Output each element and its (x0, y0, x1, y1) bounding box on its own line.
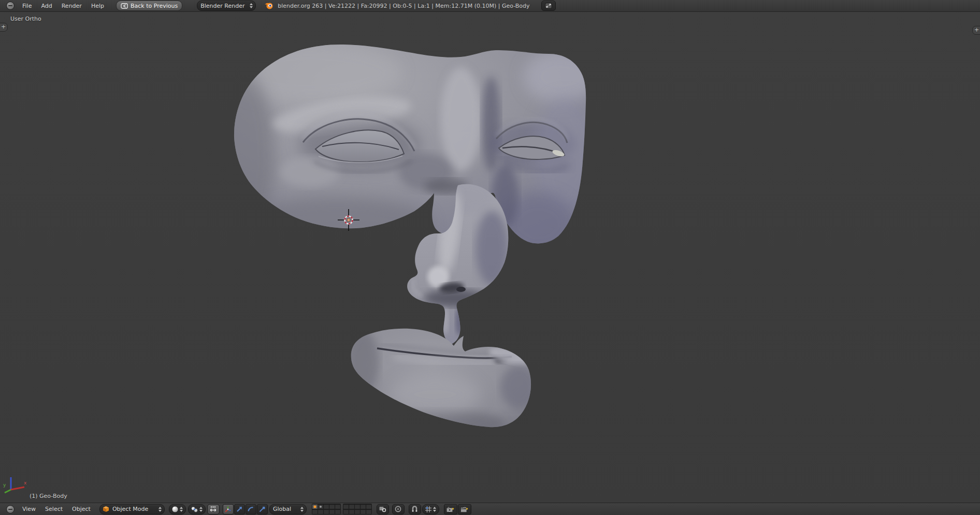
select-arrows-icon (432, 507, 439, 512)
menu-file[interactable]: File (18, 3, 36, 9)
render-animation-button[interactable] (458, 504, 471, 514)
active-object-label: (1) Geo-Body (30, 493, 67, 499)
select-arrows-icon (299, 507, 306, 512)
snap-magnet-icon (411, 506, 418, 512)
manipulate-centers-icon (209, 506, 217, 512)
blender-window: File Add Render Help Back to Previous Bl… (0, 0, 980, 515)
layer-cell-3[interactable] (324, 504, 329, 509)
pivot-point-select[interactable] (188, 504, 206, 514)
layer-cell-10[interactable] (335, 509, 340, 514)
manipulator-toggle[interactable] (223, 504, 234, 514)
layer-cell-2[interactable] (318, 504, 323, 509)
back-arrow-icon (121, 3, 128, 9)
maximize-window-button[interactable] (541, 1, 556, 11)
layer-cell-7[interactable] (318, 509, 323, 514)
axis-gizmo: x y (3, 477, 27, 493)
render-still-camera-icon (446, 506, 455, 513)
lock-to-scene-icon (379, 506, 386, 512)
proportional-edit-button[interactable] (392, 504, 405, 514)
back-to-previous-button[interactable]: Back to Previous (116, 1, 182, 11)
menu-add[interactable]: Add (36, 3, 56, 9)
layer-cell-19[interactable] (361, 509, 366, 514)
viewport-shading-sphere-icon (171, 506, 179, 513)
view3d-header: View Select Object Object Mode (0, 503, 980, 515)
editor-type-selector[interactable] (6, 2, 15, 10)
axis-y-label: y (3, 482, 6, 488)
editor-type-selector[interactable] (6, 505, 15, 513)
snap-toggle-button[interactable] (409, 504, 421, 514)
layer-cell-14[interactable] (361, 504, 366, 509)
scale-manipulator-button[interactable] (257, 504, 268, 514)
layer-cell-1[interactable] (312, 504, 318, 509)
rotate-manipulator-button[interactable] (246, 504, 256, 514)
lock-to-scene-button[interactable] (377, 504, 389, 514)
translate-manipulator-button[interactable] (234, 504, 245, 514)
menu-help[interactable]: Help (87, 3, 109, 9)
menu-object[interactable]: Object (67, 506, 95, 512)
layer-cell-17[interactable] (349, 509, 354, 514)
menu-render[interactable]: Render (57, 3, 87, 9)
layer-cell-13[interactable] (355, 504, 360, 509)
axis-x-label: x (24, 480, 27, 485)
layer-grid (312, 504, 372, 514)
translate-icon (236, 506, 243, 513)
viewport-canvas[interactable]: x y (0, 0, 980, 515)
render-animation-clapper-icon (460, 506, 469, 513)
expand-properties-plus[interactable]: + (972, 26, 980, 35)
proportional-edit-icon (395, 506, 401, 512)
layer-cell-20[interactable] (366, 509, 371, 514)
face-mesh-object[interactable] (212, 42, 598, 437)
snap-element-select[interactable] (422, 504, 439, 514)
scale-icon (258, 506, 266, 513)
menu-view[interactable]: View (18, 506, 40, 512)
render-engine-select[interactable]: Blender Render (197, 1, 256, 11)
layer-cell-9[interactable] (329, 509, 335, 514)
layer-cell-18[interactable] (355, 509, 360, 514)
layer-cell-5[interactable] (335, 504, 340, 509)
pivot-median-icon (191, 506, 198, 513)
select-arrows-icon (249, 3, 255, 8)
transform-orientation-select[interactable]: Global (269, 504, 307, 514)
status-text: blender.org 263 | Ve:21222 | Fa:20992 | … (278, 3, 529, 9)
maximize-window-icon (545, 3, 552, 9)
layer-cell-4[interactable] (329, 504, 335, 509)
layer-cell-16[interactable] (343, 509, 349, 514)
layer-cell-8[interactable] (324, 509, 329, 514)
expand-toolshelf-plus[interactable]: + (0, 23, 8, 32)
layer-group-2 (343, 504, 372, 514)
render-still-button[interactable] (444, 504, 457, 514)
select-arrows-icon (157, 507, 164, 512)
select-arrows-icon (179, 507, 185, 512)
layer-group-1 (312, 504, 341, 514)
manipulator-axes-icon (224, 506, 232, 513)
select-arrows-icon (198, 507, 205, 512)
layer-cell-12[interactable] (349, 504, 354, 509)
layer-cell-11[interactable] (343, 504, 349, 509)
menu-select[interactable]: Select (40, 506, 67, 512)
info-header: File Add Render Help Back to Previous Bl… (0, 0, 980, 12)
viewport-shading-select[interactable] (169, 504, 186, 514)
blender-logo (264, 2, 273, 10)
view-name-label: User Ortho (10, 16, 41, 22)
layer-cell-15[interactable] (366, 504, 371, 509)
manipulate-centers-toggle[interactable] (207, 504, 220, 514)
layer-cell-6[interactable] (312, 509, 318, 514)
mesh-cube-icon (103, 506, 109, 512)
rotate-icon (247, 506, 254, 513)
snap-increment-icon (425, 506, 432, 513)
mode-select[interactable]: Object Mode (99, 504, 165, 514)
